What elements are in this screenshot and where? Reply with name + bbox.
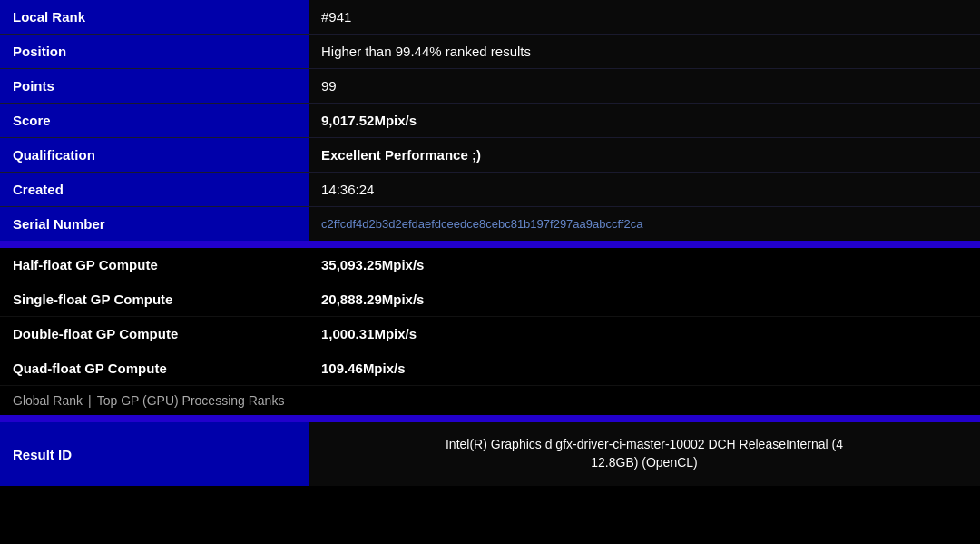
result-id-value: Intel(R) Graphics d gfx-driver-ci-master… xyxy=(309,422,980,486)
local-rank-row: Local Rank #941 xyxy=(0,0,980,35)
position-row: Position Higher than 99.44% ranked resul… xyxy=(0,35,980,69)
global-rank-bar: Global Rank | Top GP (GPU) Processing Ra… xyxy=(0,386,980,415)
result-id-row: Result ID Intel(R) Graphics d gfx-driver… xyxy=(0,422,980,486)
points-row: Points 99 xyxy=(0,69,980,104)
created-row: Created 14:36:24 xyxy=(0,173,980,207)
double-float-label: Double-float GP Compute xyxy=(0,317,309,351)
result-section: Result ID Intel(R) Graphics d gfx-driver… xyxy=(0,422,980,486)
quad-float-value: 109.46Mpix/s xyxy=(309,351,980,385)
points-label: Points xyxy=(0,69,309,103)
global-rank-separator: | xyxy=(88,393,92,408)
local-rank-value: #941 xyxy=(309,0,980,34)
quad-float-label: Quad-float GP Compute xyxy=(0,351,309,385)
points-value: 99 xyxy=(309,69,980,103)
score-row: Score 9,017.52Mpix/s xyxy=(0,104,980,138)
top-section: Local Rank #941 Position Higher than 99.… xyxy=(0,0,980,241)
score-value: 9,017.52Mpix/s xyxy=(309,104,980,137)
serial-value: c2ffcdf4d2b3d2efdaefdceedce8cebc81b197f2… xyxy=(309,207,980,241)
half-float-label: Half-float GP Compute xyxy=(0,248,309,282)
single-float-label: Single-float GP Compute xyxy=(0,282,309,316)
single-float-value: 20,888.29Mpix/s xyxy=(309,282,980,316)
result-id-line2: 12.8GB) (OpenCL) xyxy=(591,454,698,472)
section-divider-2 xyxy=(0,415,980,422)
compute-section: Half-float GP Compute 35,093.25Mpix/s Si… xyxy=(0,248,980,386)
serial-row: Serial Number c2ffcdf4d2b3d2efdaefdceedc… xyxy=(0,207,980,241)
top-gp-link[interactable]: Top GP (GPU) Processing Ranks xyxy=(97,393,285,408)
position-value: Higher than 99.44% ranked results xyxy=(309,35,980,68)
result-id-label: Result ID xyxy=(0,422,309,486)
created-label: Created xyxy=(0,173,309,206)
score-label: Score xyxy=(0,104,309,137)
double-float-row: Double-float GP Compute 1,000.31Mpix/s xyxy=(0,317,980,351)
qualification-value: Excellent Performance ;) xyxy=(309,138,980,172)
section-divider-1 xyxy=(0,241,980,248)
quad-float-row: Quad-float GP Compute 109.46Mpix/s xyxy=(0,351,980,386)
qualification-row: Qualification Excellent Performance ;) xyxy=(0,138,980,173)
created-value: 14:36:24 xyxy=(309,173,980,206)
global-rank-link[interactable]: Global Rank xyxy=(13,393,83,408)
position-label: Position xyxy=(0,35,309,68)
local-rank-label: Local Rank xyxy=(0,0,309,34)
single-float-row: Single-float GP Compute 20,888.29Mpix/s xyxy=(0,282,980,317)
result-id-line1: Intel(R) Graphics d gfx-driver-ci-master… xyxy=(446,436,843,454)
half-float-row: Half-float GP Compute 35,093.25Mpix/s xyxy=(0,248,980,282)
serial-label: Serial Number xyxy=(0,207,309,241)
qualification-label: Qualification xyxy=(0,138,309,172)
half-float-value: 35,093.25Mpix/s xyxy=(309,248,980,282)
double-float-value: 1,000.31Mpix/s xyxy=(309,317,980,351)
